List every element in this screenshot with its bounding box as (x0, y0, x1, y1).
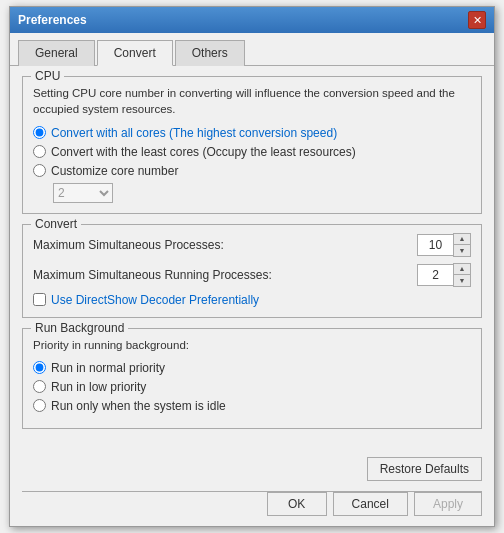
tab-convert[interactable]: Convert (97, 40, 173, 66)
priority-idle: Run only when the system is idle (33, 399, 471, 413)
priority-low: Run in low priority (33, 380, 471, 394)
max-running-up[interactable]: ▲ (454, 264, 470, 275)
tab-content: CPU Setting CPU core number in convertin… (10, 66, 494, 448)
preferences-dialog: Preferences ✕ General Convert Others CPU… (9, 6, 495, 526)
cpu-core-dropdown[interactable]: 2 4 8 (53, 183, 113, 203)
priority-label-normal[interactable]: Run in normal priority (51, 361, 165, 375)
tab-others[interactable]: Others (175, 40, 245, 66)
max-running-down[interactable]: ▼ (454, 275, 470, 286)
max-simultaneous-up[interactable]: ▲ (454, 234, 470, 245)
run-background-description: Priority in running background: (33, 337, 471, 353)
cpu-label-least-cores[interactable]: Convert with the least cores (Occupy the… (51, 145, 356, 159)
cpu-group: CPU Setting CPU core number in convertin… (22, 76, 482, 213)
directshow-row: Use DirectShow Decoder Preferentially (33, 293, 471, 307)
cpu-label-customize[interactable]: Customize core number (51, 164, 178, 178)
dialog-title: Preferences (18, 13, 87, 27)
max-simultaneous-input[interactable]: 10 (417, 234, 453, 256)
max-running-spin-buttons: ▲ ▼ (453, 263, 471, 287)
cpu-radio-customize[interactable] (33, 164, 46, 177)
priority-normal: Run in normal priority (33, 361, 471, 375)
tab-general[interactable]: General (18, 40, 95, 66)
max-simultaneous-spin-buttons: ▲ ▼ (453, 233, 471, 257)
tabs-bar: General Convert Others (10, 33, 494, 66)
run-background-group: Run Background Priority in running backg… (22, 328, 482, 429)
priority-label-idle[interactable]: Run only when the system is idle (51, 399, 226, 413)
ok-cancel-row: OK Cancel Apply (10, 492, 494, 526)
convert-group: Convert Maximum Simultaneous Processes: … (22, 224, 482, 318)
cpu-dropdown-row: 2 4 8 (33, 183, 471, 203)
cpu-option-all-cores: Convert with all cores (The highest conv… (33, 126, 471, 140)
max-running-spinbox: 2 ▲ ▼ (417, 263, 471, 287)
priority-radio-normal[interactable] (33, 361, 46, 374)
restore-defaults-row: Restore Defaults (10, 449, 494, 491)
cpu-radio-least-cores[interactable] (33, 145, 46, 158)
max-simultaneous-down[interactable]: ▼ (454, 245, 470, 256)
run-background-title: Run Background (31, 321, 128, 335)
title-bar: Preferences ✕ (10, 7, 494, 33)
ok-button[interactable]: OK (267, 492, 327, 516)
cpu-option-customize: Customize core number (33, 164, 471, 178)
priority-radio-idle[interactable] (33, 399, 46, 412)
cpu-label-all-cores[interactable]: Convert with all cores (The highest conv… (51, 126, 337, 140)
cpu-description: Setting CPU core number in converting wi… (33, 85, 471, 117)
max-running-input[interactable]: 2 (417, 264, 453, 286)
cpu-group-title: CPU (31, 69, 64, 83)
close-button[interactable]: ✕ (468, 11, 486, 29)
max-simultaneous-spinbox: 10 ▲ ▼ (417, 233, 471, 257)
max-running-row: Maximum Simultaneous Running Processes: … (33, 263, 471, 287)
max-running-label: Maximum Simultaneous Running Processes: (33, 268, 272, 282)
priority-label-low[interactable]: Run in low priority (51, 380, 146, 394)
priority-radio-low[interactable] (33, 380, 46, 393)
apply-button[interactable]: Apply (414, 492, 482, 516)
directshow-label[interactable]: Use DirectShow Decoder Preferentially (51, 293, 259, 307)
max-simultaneous-row: Maximum Simultaneous Processes: 10 ▲ ▼ (33, 233, 471, 257)
cancel-button[interactable]: Cancel (333, 492, 408, 516)
max-simultaneous-label: Maximum Simultaneous Processes: (33, 238, 224, 252)
convert-group-title: Convert (31, 217, 81, 231)
cpu-radio-all-cores[interactable] (33, 126, 46, 139)
cpu-option-least-cores: Convert with the least cores (Occupy the… (33, 145, 471, 159)
directshow-checkbox[interactable] (33, 293, 46, 306)
restore-defaults-button[interactable]: Restore Defaults (367, 457, 482, 481)
